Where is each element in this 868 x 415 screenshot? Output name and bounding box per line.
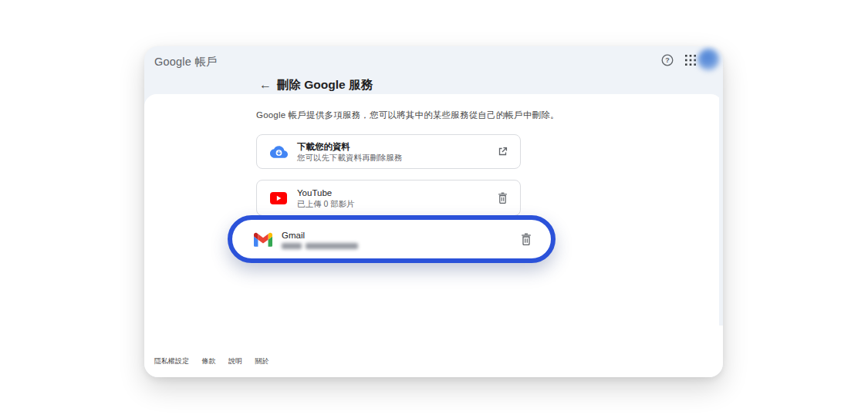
intro-text: Google 帳戶提供多項服務，您可以將其中的某些服務從自己的帳戶中刪除。	[256, 110, 559, 121]
footer-link-terms[interactable]: 條款	[202, 357, 216, 365]
service-text: Gmail	[282, 230, 520, 249]
app-title: Google 帳戶	[154, 55, 218, 69]
service-title: YouTube	[297, 187, 496, 198]
service-title: 下載您的資料	[297, 141, 496, 152]
footer-links: 隱私權設定 條款 說明 關於	[154, 356, 280, 366]
google-account-window: Google 帳戶 ? ← 刪除 Google 服務 Google 帳戶提供多項…	[144, 46, 723, 377]
footer-link-about[interactable]: 關於	[255, 357, 269, 365]
content-panel: Google 帳戶提供多項服務，您可以將其中的某些服務從自己的帳戶中刪除。 下載…	[144, 94, 723, 377]
card-download-data[interactable]: 下載您的資料 您可以先下載資料再刪除服務	[256, 134, 521, 169]
trash-icon[interactable]	[520, 233, 532, 245]
service-description: 您可以先下載資料再刪除服務	[297, 153, 496, 163]
back-arrow-icon[interactable]: ←	[257, 76, 274, 93]
help-icon[interactable]: ?	[661, 54, 674, 66]
trash-icon[interactable]	[496, 192, 508, 204]
page-title-row: ← 刪除 Google 服務	[144, 76, 723, 96]
service-description: 已上傳 0 部影片	[297, 199, 496, 209]
apps-grid-icon[interactable]	[685, 55, 696, 66]
svg-text:?: ?	[665, 56, 670, 64]
external-link-icon[interactable]	[496, 146, 508, 158]
gmail-description-redacted	[282, 243, 520, 249]
scroll-gutter	[719, 94, 723, 326]
card-gmail-highlighted[interactable]: Gmail	[228, 215, 556, 263]
gmail-icon	[254, 232, 272, 247]
footer-link-help[interactable]: 說明	[228, 357, 242, 365]
card-youtube[interactable]: YouTube 已上傳 0 部影片	[256, 180, 521, 216]
footer-link-privacy[interactable]: 隱私權設定	[154, 357, 189, 365]
page-title: 刪除 Google 服務	[277, 77, 373, 93]
service-text: YouTube 已上傳 0 部影片	[297, 187, 496, 209]
cloud-download-icon	[269, 146, 288, 158]
user-avatar[interactable]	[697, 49, 720, 71]
youtube-icon	[269, 192, 288, 204]
service-text: 下載您的資料 您可以先下載資料再刪除服務	[297, 141, 496, 163]
app-bar: Google 帳戶 ?	[144, 46, 723, 73]
service-title: Gmail	[282, 230, 520, 241]
